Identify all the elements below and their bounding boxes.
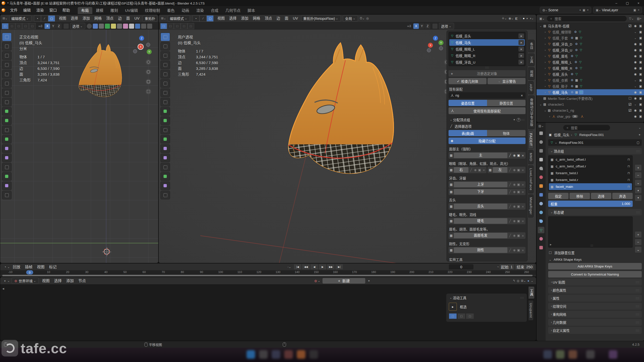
display-mode-icon[interactable]: ▣⌄ bbox=[539, 17, 545, 20]
new-collection-icon[interactable]: ▤+ bbox=[637, 17, 641, 20]
xray-icon[interactable]: ◧ bbox=[515, 17, 518, 20]
vertex-group-row[interactable]: c_arm_twist_offset.l bbox=[549, 156, 632, 163]
object-name[interactable]: 低模_帽领带 bbox=[552, 29, 571, 34]
tool-button[interactable] bbox=[2, 116, 12, 125]
tool-button[interactable] bbox=[2, 42, 12, 51]
timeline-menu-item[interactable]: 视图 bbox=[35, 264, 47, 270]
checker-filter-icon[interactable] bbox=[99, 24, 104, 29]
tool-button[interactable] bbox=[2, 172, 12, 181]
outliner-row[interactable]: › 低模_衣裤 bbox=[537, 77, 644, 83]
pin-icon[interactable] bbox=[637, 133, 642, 137]
object-name[interactable]: character1 bbox=[548, 103, 564, 106]
render-camera-icon[interactable] bbox=[638, 60, 643, 64]
shader-menu-item[interactable]: 选择 bbox=[52, 277, 64, 284]
viewport-menu-item[interactable]: UV bbox=[291, 15, 300, 22]
menu-item[interactable]: 文件 bbox=[7, 6, 20, 14]
clear-icon[interactable] bbox=[521, 183, 525, 187]
expand-arrow[interactable]: › bbox=[543, 61, 547, 64]
breadcrumb-data[interactable]: RetopoFlow.001 bbox=[579, 133, 604, 137]
tab-scene[interactable] bbox=[538, 165, 544, 172]
viewport-menu-item[interactable]: 选择 bbox=[227, 15, 239, 22]
collection-checkbox[interactable] bbox=[628, 96, 632, 100]
object-name[interactable]: 马头青年-低模 bbox=[548, 23, 570, 28]
eye-icon[interactable] bbox=[512, 153, 516, 157]
pick-icon[interactable] bbox=[508, 248, 512, 252]
copy-icon[interactable]: ▣ bbox=[583, 8, 585, 12]
box-select-tool-icon[interactable]: ▸ bbox=[449, 303, 457, 311]
snap-target-icon[interactable] bbox=[432, 24, 437, 29]
taskbar-app-icon[interactable] bbox=[543, 350, 552, 359]
outliner-row[interactable]: › 低模_眉毛 bbox=[537, 53, 644, 59]
shader-type-dropdown[interactable]: 世界环境⌄ bbox=[12, 278, 39, 284]
proportional-edit-icon[interactable]: ◎ bbox=[366, 17, 369, 20]
object-name[interactable]: character1_rig bbox=[552, 109, 574, 112]
bone-filter-icon[interactable] bbox=[93, 24, 98, 29]
eye-icon[interactable] bbox=[512, 219, 516, 223]
filter-funnel-icon[interactable] bbox=[135, 24, 140, 29]
pick-icon[interactable] bbox=[469, 168, 473, 172]
workspace-tab[interactable]: 渲染 bbox=[193, 7, 207, 14]
clear-icon[interactable] bbox=[521, 248, 525, 252]
hide-assigned-button[interactable]: 隐藏已分配 bbox=[449, 138, 526, 144]
rig-name-field[interactable]: rig bbox=[449, 92, 526, 99]
show-warnings-button[interactable]: 显示警告 bbox=[488, 78, 526, 84]
object-name[interactable]: 低模_牙齿_D bbox=[552, 41, 572, 47]
taskbar-app-icon[interactable] bbox=[247, 350, 255, 359]
tool-button[interactable] bbox=[2, 163, 12, 171]
lock-icon[interactable] bbox=[627, 185, 631, 189]
pan-icon[interactable] bbox=[146, 69, 151, 75]
rest-position-button[interactable]: 静置位置 bbox=[487, 100, 526, 106]
select-faces-icon[interactable] bbox=[516, 219, 521, 223]
select-subtract-button[interactable]: ⬚ bbox=[466, 313, 474, 319]
mirror-axis-toggle[interactable]: X bbox=[413, 23, 419, 29]
viewport-menu-item[interactable]: 网格 bbox=[92, 15, 104, 22]
editor-type-icon[interactable]: ⊞⌄ bbox=[3, 17, 8, 20]
expand-arrow[interactable]: › bbox=[543, 91, 547, 94]
options-dropdown[interactable]: 选项⌄ bbox=[439, 23, 454, 29]
clear-icon[interactable] bbox=[521, 168, 525, 172]
tool-button[interactable] bbox=[160, 116, 170, 125]
object-name[interactable]: 低模_眼睛_R bbox=[552, 66, 572, 71]
lock-icon[interactable] bbox=[627, 171, 631, 175]
hide-eye-icon[interactable] bbox=[633, 72, 637, 76]
shader-menu-item[interactable]: 节点 bbox=[76, 277, 88, 284]
render-camera-icon[interactable] bbox=[638, 78, 643, 82]
tab-world[interactable] bbox=[538, 174, 544, 180]
viewport-menu-item[interactable]: 顶点 bbox=[104, 15, 116, 22]
menu-item[interactable]: 窗口 bbox=[47, 6, 60, 14]
register-selected-button[interactable]: 注册选定对象 bbox=[449, 70, 526, 77]
render-camera-icon[interactable] bbox=[638, 30, 643, 34]
eye-icon[interactable] bbox=[512, 190, 516, 194]
tool-button[interactable] bbox=[2, 182, 12, 190]
tool-button[interactable] bbox=[2, 144, 12, 153]
hide-eye-icon[interactable] bbox=[633, 78, 637, 82]
workspace-tab[interactable]: 着色 bbox=[164, 7, 178, 14]
render-camera-icon[interactable] bbox=[638, 36, 643, 40]
viewport-center-canvas[interactable]: 用户透视 (0) 低模_马头 物体1 / 7顶点3,244 / 3,751边6,… bbox=[159, 30, 536, 263]
assign-vertex-groups-header[interactable]: ⌄分配顶点组 bbox=[449, 117, 525, 122]
group-assign-cell[interactable]: 主 bbox=[449, 152, 526, 159]
tab-particles[interactable] bbox=[538, 200, 544, 207]
convert-symmetrical-button[interactable]: Convert to Symmetrical Naming bbox=[548, 271, 642, 278]
navigation-gizmo[interactable]: Z Y X bbox=[132, 35, 153, 56]
expand-arrow[interactable]: › bbox=[543, 30, 547, 33]
shapekey-specials-button[interactable]: ⌄ bbox=[635, 246, 642, 253]
properties-search[interactable]: 搜索 bbox=[563, 125, 610, 130]
remove-object-button[interactable] bbox=[518, 60, 524, 65]
weight-slider[interactable]: 权重1.000 bbox=[548, 201, 633, 207]
shader-canvas[interactable]: ◂ ⌄活动工具 ▸ 框选 ⬚ ⬚ ⬚ 工具Ucupaint bbox=[0, 284, 536, 341]
clear-icon[interactable] bbox=[521, 234, 525, 238]
blender-menu-icon[interactable] bbox=[2, 8, 5, 12]
remove-object-button[interactable] bbox=[518, 40, 524, 45]
group-button-label[interactable]: 睫毛 bbox=[454, 218, 507, 224]
editor-type-icon[interactable]: ⌄ bbox=[3, 279, 10, 283]
remove-object-button[interactable] bbox=[518, 53, 524, 58]
mirror-axis-toggle[interactable]: Z bbox=[425, 23, 430, 29]
viewport-menu-item[interactable]: UV bbox=[132, 15, 142, 22]
hair-filter-icon[interactable] bbox=[123, 24, 128, 29]
group-button-label[interactable]: 左 bbox=[493, 167, 507, 173]
timeline-menu-item[interactable]: 插帧 bbox=[23, 264, 35, 270]
object-name[interactable]: 低模_舌头 bbox=[552, 72, 568, 77]
hide-eye-icon[interactable] bbox=[633, 96, 637, 100]
select-faces-icon[interactable] bbox=[477, 168, 482, 172]
